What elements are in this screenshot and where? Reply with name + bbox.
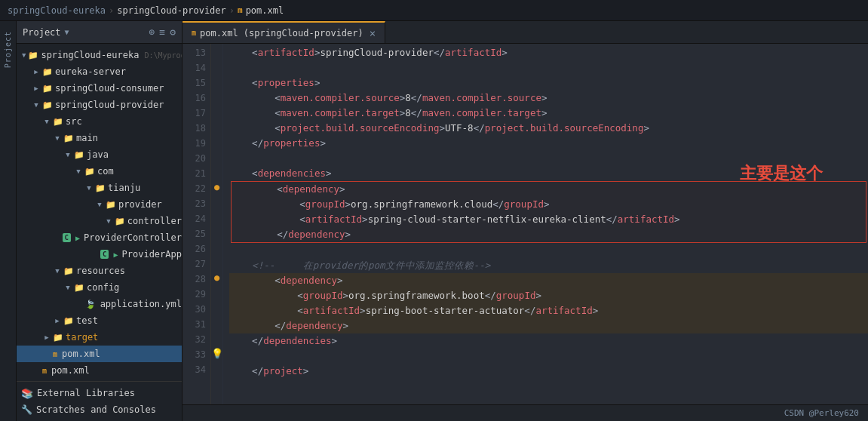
folder-icon: 📁: [95, 183, 106, 193]
tree-item-controller[interactable]: ▼ 📁 controller: [17, 213, 182, 229]
tree-item-application-yml[interactable]: 🍃 application.yml: [17, 296, 182, 312]
xml-text: org.springframework.boot: [348, 288, 485, 303]
tree-item-tianju[interactable]: ▼ 📁 tianju: [17, 180, 182, 196]
main-layout: Project Project ▼ ⊕ ≡ ⚙ ▼ 📁 springCloud-…: [0, 21, 868, 421]
tree-item-pom-provider[interactable]: m pom.xml: [17, 346, 182, 362]
code-line-18: <project.build.sourceEncoding>UTF-8</pro…: [229, 121, 868, 136]
code-line-26: [229, 243, 868, 258]
arrow-icon: ▶: [32, 85, 40, 92]
breadcrumb-part-1: springCloud-eureka: [8, 5, 106, 16]
target-folder-icon: 📁: [53, 333, 63, 343]
folder-icon: 📁: [28, 51, 38, 60]
gutter-line: [211, 225, 222, 240]
line-num: 16: [186, 91, 206, 106]
gutter-line: [211, 59, 222, 74]
collapse-icon[interactable]: ≡: [159, 26, 165, 38]
xml-bracket: >: [326, 166, 332, 181]
xml-bracket: >: [343, 288, 349, 303]
annotation-box: 主要是这个: [740, 166, 823, 183]
run-icon: ▶: [75, 234, 80, 242]
tree-label: config: [87, 282, 119, 293]
external-libraries-item[interactable]: 📚 External Libraries: [17, 385, 182, 401]
gutter-line[interactable]: ●: [211, 270, 222, 285]
xml-bracket: </: [229, 318, 286, 333]
title-bar: springCloud-eureka › springCloud-provide…: [0, 0, 868, 21]
code-line-23: <groupId>org.springframework.cloud</grou…: [232, 197, 866, 212]
tree-item-test[interactable]: ▶ 📁 test: [17, 312, 182, 329]
dependency-dim-box: <dependency> <groupId>org.springframewor…: [229, 273, 868, 333]
gutter-line: [211, 210, 222, 225]
arrow-icon: ▼: [43, 118, 51, 125]
line-num: 15: [186, 75, 206, 91]
code-line-29: <groupId>org.springframework.boot</group…: [229, 288, 868, 303]
xml-bracket: >: [501, 45, 508, 60]
panel-title-dropdown[interactable]: ▼: [65, 28, 69, 36]
line-num: 28: [186, 272, 206, 287]
code-line-24: <artifactId>spring-cloud-starter-netflix…: [232, 212, 866, 227]
line-num: 34: [186, 362, 206, 377]
xml-bracket: <: [229, 166, 258, 181]
tree-label: ProviderApp: [122, 249, 182, 260]
tree-item-config[interactable]: ▼ 📁 config: [17, 279, 182, 296]
code-line-21: <dependencies> 主要是这个: [229, 166, 868, 181]
tree-item-pom-root[interactable]: m pom.xml: [17, 362, 182, 379]
tree-item-main[interactable]: ▼ 📁 main: [17, 130, 182, 146]
line-num: 32: [186, 332, 206, 347]
tree-item-provider-app[interactable]: C ▶ ProviderApp: [17, 246, 182, 263]
panel-header: Project ▼ ⊕ ≡ ⚙: [17, 21, 182, 44]
tree-label: controller: [127, 216, 182, 226]
tree-item-java[interactable]: ▼ 📁 java: [17, 146, 182, 163]
project-panel: Project ▼ ⊕ ≡ ⚙ ▼ 📁 springCloud-eureka D…: [17, 21, 182, 421]
gutter-line: [211, 195, 222, 210]
xml-tag: project.build.sourceEncoding: [485, 121, 644, 136]
status-text: CSDN @Perley620: [784, 408, 859, 418]
code-content[interactable]: <artifactId>springCloud-provider</artifa…: [223, 44, 868, 404]
xml-bracket: >: [541, 91, 547, 106]
tree-item-provider-controller[interactable]: C ▶ ProviderController: [17, 229, 182, 246]
code-line-14: [229, 60, 868, 75]
tab-close-icon[interactable]: ×: [370, 27, 376, 39]
status-bar: CSDN @Perley620: [182, 404, 868, 421]
tree-label: pom.xml: [62, 349, 100, 359]
xml-bracket: >: [337, 273, 343, 288]
tree-item-springcloud-eureka[interactable]: ▼ 📁 springCloud-eureka D:\Myprogram\spri…: [17, 47, 182, 63]
gutter-line: [211, 330, 222, 346]
add-icon[interactable]: ⊕: [149, 26, 155, 38]
tree-label: java: [87, 149, 109, 160]
line-num: 31: [186, 317, 206, 332]
breadcrumb-icon-m: m: [238, 5, 243, 15]
tree-item-provider[interactable]: ▼ 📁 springCloud-provider: [17, 97, 182, 113]
external-libraries-label: External Libraries: [37, 388, 135, 398]
code-line-17: <maven.compiler.target>8</maven.compiler…: [229, 106, 868, 121]
tree-item-resources[interactable]: ▼ 📁 resources: [17, 263, 182, 279]
code-line-30: <artifactId>spring-boot-starter-actuator…: [229, 303, 868, 318]
tab-pom[interactable]: m pom.xml (springCloud-provider) ×: [182, 21, 385, 43]
xml-bracket: >: [320, 136, 326, 151]
xml-bracket: <: [229, 303, 303, 318]
tree-item-target[interactable]: ▶ 📁 target: [17, 329, 182, 346]
line-num: 13: [186, 45, 206, 60]
xml-text: 8: [405, 91, 411, 106]
xml-text: springCloud-provider: [320, 45, 434, 60]
xml-tag: dependency: [281, 273, 337, 288]
xml-bracket: </: [229, 364, 263, 379]
tree-item-consumer[interactable]: ▶ 📁 springCloud-consumer: [17, 80, 182, 97]
panel-header-icons: ⊕ ≡ ⚙: [149, 26, 176, 38]
tree-item-eureka-server[interactable]: ▶ 📁 eureka-server: [17, 63, 182, 80]
tree-item-provider-pkg[interactable]: ▼ 📁 provider: [17, 196, 182, 213]
scratches-item[interactable]: 🔧 Scratches and Consoles: [17, 401, 182, 418]
tree-item-src[interactable]: ▼ 📁 src: [17, 113, 182, 130]
arrow-icon: ▶: [32, 68, 40, 75]
xml-bracket: </: [606, 212, 618, 227]
tab-bar: m pom.xml (springCloud-provider) ×: [182, 21, 868, 44]
xml-bracket: <: [229, 273, 281, 288]
tree-item-com[interactable]: ▼ 📁 com: [17, 163, 182, 180]
xml-tag: groupId: [305, 197, 345, 212]
settings-icon[interactable]: ⚙: [170, 26, 176, 38]
gutter-line[interactable]: ●: [211, 180, 222, 195]
xml-tag: project: [263, 364, 303, 379]
pom-icon: m: [53, 350, 57, 358]
xml-text: UTF-8: [445, 121, 474, 136]
panel-header-title: Project ▼: [23, 27, 69, 38]
xml-tag: project.build.sourceEncoding: [281, 121, 440, 136]
